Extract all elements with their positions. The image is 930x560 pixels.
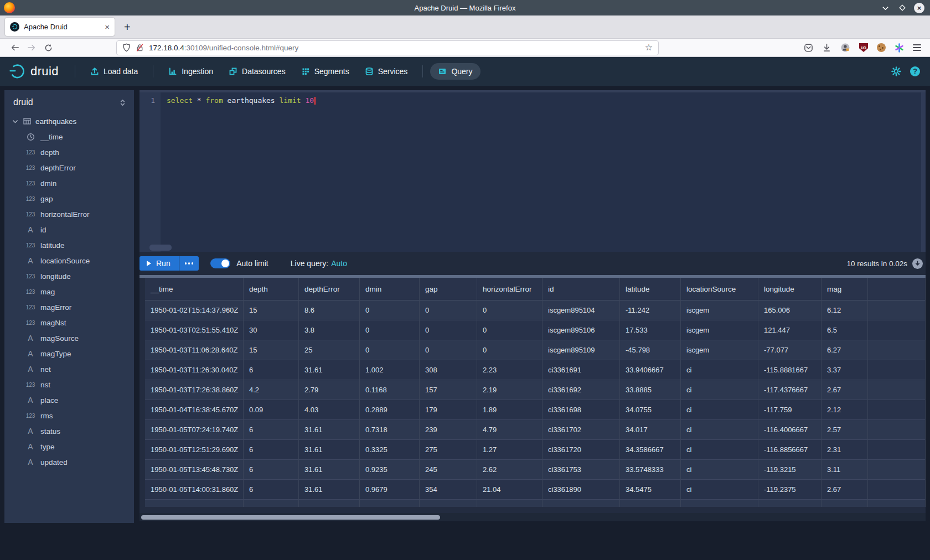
table-cell[interactable]: 33.5748333 xyxy=(620,460,681,480)
column-header-depthError[interactable]: depthError xyxy=(299,278,360,300)
table-cell[interactable]: 239 xyxy=(420,420,477,440)
column-header-__time[interactable]: __time xyxy=(145,278,244,300)
table-cell[interactable]: 15 xyxy=(244,340,299,360)
table-cell[interactable]: 31.61 xyxy=(299,460,360,480)
table-cell[interactable]: 6.27 xyxy=(822,340,868,360)
table-cell[interactable]: 0 xyxy=(477,300,542,320)
settings-gear-icon[interactable] xyxy=(891,66,901,76)
table-cell[interactable]: -11.242 xyxy=(620,300,681,320)
column-header-locationSource[interactable]: locationSource xyxy=(681,278,758,300)
table-cell[interactable]: 6 xyxy=(244,480,299,500)
table-cell[interactable]: -45.798 xyxy=(620,340,681,360)
column-header-dmin[interactable]: dmin xyxy=(360,278,420,300)
sidebar-column-magError[interactable]: 123magError xyxy=(4,299,134,315)
nav-item-segments[interactable]: Segments xyxy=(293,63,357,80)
table-cell[interactable]: 1.27 xyxy=(477,440,542,460)
sidebar-column-__time[interactable]: __time xyxy=(4,129,134,144)
close-button[interactable]: × xyxy=(914,3,924,13)
browser-tab[interactable]: Apache Druid × xyxy=(5,18,115,36)
table-cell[interactable]: 25 xyxy=(299,340,360,360)
table-cell[interactable]: -117.4376667 xyxy=(758,380,822,400)
table-cell[interactable]: 2.19 xyxy=(477,380,542,400)
broken-lock-icon[interactable] xyxy=(136,43,144,52)
table-cell[interactable]: 3.11 xyxy=(822,460,868,480)
table-cell[interactable]: 33.9406667 xyxy=(620,360,681,380)
table-cell[interactable]: 0.7318 xyxy=(360,420,420,440)
table-cell[interactable]: 245 xyxy=(420,460,477,480)
column-header-id[interactable]: id xyxy=(542,278,620,300)
table-cell[interactable]: ci3361753 xyxy=(542,460,620,480)
table-cell[interactable]: 6.5 xyxy=(822,320,868,340)
table-cell[interactable]: ci3361890 xyxy=(542,480,620,500)
table-cell[interactable]: -117.759 xyxy=(758,400,822,420)
tracking-shield-icon[interactable] xyxy=(122,43,131,52)
table-cell[interactable]: ci xyxy=(681,380,758,400)
sql-editor[interactable]: 1 select * from earthquakes limit 10 xyxy=(140,92,926,252)
sidebar-column-longitude[interactable]: 123longitude xyxy=(4,268,134,284)
table-cell[interactable]: 1950-01-05T07:24:19.740Z xyxy=(145,420,244,440)
table-cell[interactable]: 31.61 xyxy=(299,480,360,500)
sidebar-column-net[interactable]: Anet xyxy=(4,361,134,377)
table-cell[interactable]: 31.61 xyxy=(299,440,360,460)
table-cell[interactable]: ci3361691 xyxy=(542,360,620,380)
chevron-down-icon[interactable] xyxy=(12,118,19,125)
help-button[interactable]: ? xyxy=(910,66,920,76)
table-cell[interactable]: 31.61 xyxy=(299,420,360,440)
table-cell[interactable]: 34.017 xyxy=(620,420,681,440)
sidebar-column-dmin[interactable]: 123dmin xyxy=(4,175,134,191)
table-cell[interactable]: 2.31 xyxy=(822,440,868,460)
table-cell[interactable]: 1950-01-02T15:14:37.960Z xyxy=(145,300,244,320)
table-cell[interactable]: ci3361702 xyxy=(542,420,620,440)
table-cell[interactable]: 2.62 xyxy=(477,460,542,480)
table-cell[interactable]: 354 xyxy=(420,480,477,500)
run-more-button[interactable] xyxy=(179,256,199,271)
table-cell[interactable]: 3.8 xyxy=(299,320,360,340)
column-header-latitude[interactable]: latitude xyxy=(620,278,681,300)
double-caret-icon[interactable] xyxy=(119,98,126,107)
table-cell[interactable]: 1950-01-03T02:51:55.410Z xyxy=(145,320,244,340)
table-cell[interactable]: -116.8856667 xyxy=(758,440,822,460)
run-button[interactable]: Run xyxy=(140,256,179,271)
table-cell[interactable]: -77.077 xyxy=(758,340,822,360)
table-cell[interactable]: 0 xyxy=(477,320,542,340)
nav-item-datasources[interactable]: Datasources xyxy=(221,63,293,80)
bookmark-star-icon[interactable]: ☆ xyxy=(645,43,653,52)
downloads-icon[interactable] xyxy=(822,43,831,53)
reload-button[interactable] xyxy=(40,40,56,55)
live-query-value[interactable]: Auto xyxy=(331,259,347,268)
table-cell[interactable]: 4.79 xyxy=(477,420,542,440)
table-cell[interactable]: 2.67 xyxy=(822,480,868,500)
column-header-mag[interactable]: mag xyxy=(822,278,868,300)
extension-asterisk-icon[interactable] xyxy=(895,43,904,53)
table-cell[interactable]: iscgem895109 xyxy=(542,340,620,360)
table-cell[interactable]: 165.006 xyxy=(758,300,822,320)
table-cell[interactable]: 3.37 xyxy=(822,360,868,380)
nav-item-load-data[interactable]: Load data xyxy=(82,63,146,80)
table-cell[interactable]: 0 xyxy=(477,340,542,360)
table-cell[interactable]: 275 xyxy=(420,440,477,460)
table-cell[interactable]: 1950-01-05T13:45:48.730Z xyxy=(145,460,244,480)
sidebar-column-locationSource[interactable]: AlocationSource xyxy=(4,253,134,268)
firefox-logo-icon[interactable] xyxy=(4,2,15,13)
table-cell[interactable]: 1950-01-05T12:51:29.690Z xyxy=(145,440,244,460)
table-cell[interactable]: 4.2 xyxy=(244,380,299,400)
table-cell[interactable]: 308 xyxy=(420,360,477,380)
table-cell[interactable]: 0 xyxy=(360,340,420,360)
pocket-icon[interactable] xyxy=(804,43,813,53)
table-cell[interactable]: ci xyxy=(681,480,758,500)
table-cell[interactable]: ci xyxy=(681,460,758,480)
sql-code-line[interactable]: select * from earthquakes limit 10 xyxy=(161,92,316,252)
sidebar-table-earthquakes[interactable]: earthquakes xyxy=(4,113,134,129)
sidebar-column-depth[interactable]: 123depth xyxy=(4,144,134,160)
table-cell[interactable]: ci xyxy=(681,400,758,420)
table-cell[interactable]: ci3361698 xyxy=(542,400,620,420)
table-cell[interactable]: 0.3325 xyxy=(360,440,420,460)
minimize-button[interactable] xyxy=(880,2,891,13)
table-cell[interactable]: iscgem895104 xyxy=(542,300,620,320)
table-cell[interactable]: iscgem xyxy=(681,340,758,360)
table-cell[interactable]: 34.3586667 xyxy=(620,440,681,460)
sidebar-column-magSource[interactable]: AmagSource xyxy=(4,330,134,346)
table-cell[interactable]: 1950-01-03T11:26:30.040Z xyxy=(145,360,244,380)
table-cell[interactable]: 6 xyxy=(244,460,299,480)
sidebar-column-horizontalError[interactable]: 123horizontalError xyxy=(4,206,134,222)
